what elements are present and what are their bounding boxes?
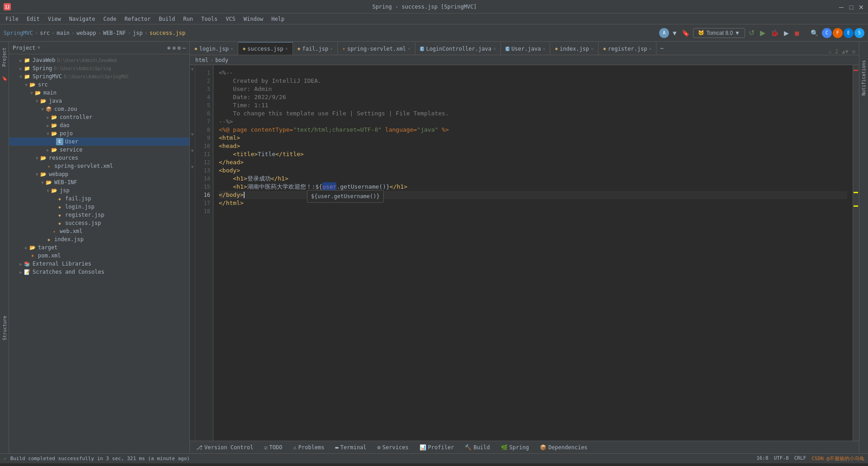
menu-run[interactable]: Run — [179, 15, 197, 23]
tab-login-jsp[interactable]: ◈ login.jsp ✕ — [190, 42, 238, 55]
tree-item-springmvc[interactable]: ▼ 📁 SpringMVC D:\Users\Admin\SpringMVC — [9, 72, 189, 81]
fold-marker-11[interactable]: ▼ — [190, 147, 195, 155]
tab-user-java[interactable]: C User.java ✕ — [501, 42, 550, 55]
bookmark-icon[interactable]: 🔖 — [680, 29, 691, 38]
menu-build[interactable]: Build — [155, 15, 179, 23]
tree-item-src[interactable]: ▼ 📂 src — [9, 81, 189, 89]
debug-button[interactable]: 🐞 — [769, 29, 780, 38]
tab-login-controller[interactable]: C LoginController.java ✕ — [415, 42, 501, 55]
tree-item-pojo[interactable]: ▼ 📂 pojo — [9, 129, 189, 138]
bottom-tab-spring[interactable]: 🌿 Spring — [498, 443, 532, 452]
profile-dropdown[interactable]: ▼ — [671, 29, 678, 38]
bottom-tab-terminal[interactable]: ▬ Terminal — [333, 443, 369, 452]
tree-item-main[interactable]: ▼ 📂 main — [9, 89, 189, 97]
menu-tools[interactable]: Tools — [198, 15, 221, 23]
tree-item-webapp[interactable]: ▼ 📂 webapp — [9, 170, 189, 178]
menu-window[interactable]: Window — [240, 15, 267, 23]
bottom-tab-todo[interactable]: ☑ TODO — [261, 443, 285, 452]
scroll-up-icon[interactable]: ▲ — [842, 48, 845, 55]
tree-item-controller[interactable]: ▶ 📂 controller — [9, 113, 189, 121]
tab-close-user[interactable]: ✕ — [542, 46, 545, 51]
tree-item-success-jsp[interactable]: ◈ success.jsp — [9, 219, 189, 227]
maximize-button[interactable]: □ — [848, 4, 854, 10]
tree-item-register-jsp[interactable]: ◈ register.jsp — [9, 211, 189, 219]
tree-item-fail-jsp[interactable]: ◈ fail.jsp — [9, 195, 189, 203]
fold-marker-13[interactable]: ▼ — [190, 163, 195, 171]
breadcrumb-body[interactable]: body — [215, 57, 228, 63]
project-locate-icon[interactable]: ⊕ — [167, 45, 170, 51]
safari-button[interactable]: S — [854, 28, 864, 38]
tab-overflow-button[interactable]: ⋯ — [656, 42, 667, 55]
edge-button[interactable]: E — [844, 28, 854, 38]
side-icon-structure[interactable]: Structure — [0, 317, 9, 339]
tree-item-javaweb[interactable]: ▶ 📁 JavaWeb D:\Users\Admin\JavaWeb — [9, 56, 189, 64]
project-settings-icon[interactable]: ⚙ — [178, 45, 181, 51]
tab-close-success[interactable]: ✕ — [285, 46, 288, 51]
side-icon-bookmarks[interactable]: 🔖 — [1, 71, 8, 85]
search-everywhere-button[interactable]: 🔍 — [809, 29, 820, 38]
chrome-button[interactable]: C — [822, 28, 832, 38]
minimize-button[interactable]: ─ — [838, 4, 844, 10]
close-button[interactable]: ✕ — [858, 4, 864, 10]
tree-item-web-xml[interactable]: ✦ web.xml — [9, 227, 189, 235]
code-area[interactable]: <%-- Created by IntelliJ IDEA. User: Adm… — [213, 65, 853, 441]
editor-settings-icon[interactable]: ⚙ — [852, 48, 855, 55]
tree-item-scratches[interactable]: ▶ 📝 Scratches and Consoles — [9, 268, 189, 276]
menu-navigate[interactable]: Navigate — [66, 15, 99, 23]
menu-file[interactable]: File — [2, 15, 22, 23]
menu-vcs[interactable]: VCS — [222, 15, 239, 23]
tab-index-jsp[interactable]: ◈ index.jsp ✕ — [550, 42, 599, 55]
tab-close-spring-servlet[interactable]: ✕ — [408, 46, 410, 51]
build-reload-button[interactable]: ↺ — [747, 28, 756, 38]
tree-item-spring-servlet[interactable]: ✦ spring-servlet.xml — [9, 162, 189, 170]
tab-register-jsp[interactable]: ◈ register.jsp ✕ — [599, 42, 656, 55]
tomcat-config-button[interactable]: 🐱 Tomcat 8.0 ▼ — [693, 28, 745, 38]
tree-item-service[interactable]: ▶ 📂 service — [9, 146, 189, 154]
tab-close-index[interactable]: ✕ — [591, 46, 594, 51]
bottom-tab-services[interactable]: ⚙ Services — [375, 443, 411, 452]
tree-item-target[interactable]: ▶ 📂 target — [9, 243, 189, 252]
tree-item-com-zou[interactable]: ▼ 📦 com.zou — [9, 105, 189, 113]
menu-refactor[interactable]: Refactor — [121, 15, 154, 23]
tab-fail-jsp[interactable]: ◈ fail.jsp ✕ — [293, 42, 338, 55]
menu-view[interactable]: View — [44, 15, 65, 23]
menu-edit[interactable]: Edit — [23, 15, 43, 23]
bottom-tab-dependencies[interactable]: 📦 Dependencies — [537, 443, 590, 452]
cursor-position[interactable]: 16:8 — [756, 455, 769, 462]
tree-item-webinf[interactable]: ▼ 📂 WEB-INF — [9, 178, 189, 186]
tree-item-java[interactable]: ▼ 📂 java — [9, 97, 189, 105]
menu-help[interactable]: Help — [268, 15, 288, 23]
bottom-tab-build[interactable]: 🔨 Build — [462, 443, 492, 452]
tree-item-user[interactable]: C User — [9, 138, 189, 146]
tree-item-pom-xml[interactable]: ♦ pom.xml — [9, 252, 189, 260]
tree-item-index-jsp[interactable]: ◈ index.jsp — [9, 235, 189, 243]
tab-close-login-controller[interactable]: ✕ — [493, 46, 496, 51]
tree-item-resources[interactable]: ▼ 📂 resources — [9, 154, 189, 162]
bottom-tab-problems[interactable]: ⚠ Problems — [291, 443, 327, 452]
tree-item-login-jsp[interactable]: ◈ login.jsp — [9, 203, 189, 211]
bottom-tab-profiler[interactable]: 📊 Profiler — [417, 443, 457, 452]
tab-close-login[interactable]: ✕ — [231, 46, 233, 51]
tab-spring-servlet[interactable]: ✦ spring-servlet.xml ✕ — [338, 42, 415, 55]
notifications-panel-icon[interactable]: Notifications — [859, 60, 868, 96]
tree-item-jsp-folder[interactable]: ▼ 📂 jsp — [9, 186, 189, 195]
tree-item-spring[interactable]: ▶ 📁 Spring D:\Users\Admin\Spring — [9, 64, 189, 72]
firefox-button[interactable]: F — [833, 28, 843, 38]
fold-marker-1[interactable]: ▼ — [190, 65, 195, 73]
run-button[interactable]: ▶ — [758, 28, 767, 38]
project-dropdown-icon[interactable]: ▼ — [38, 45, 41, 51]
tab-success-jsp[interactable]: ◈ success.jsp ✕ — [238, 42, 293, 55]
project-hide-icon[interactable]: — — [183, 45, 186, 51]
tab-close-register[interactable]: ✕ — [649, 46, 651, 51]
warnings-badge[interactable]: ⚠ 2 — [829, 48, 839, 55]
tab-close-fail[interactable]: ✕ — [330, 46, 333, 51]
bottom-tab-version-control[interactable]: ⎇ Version Control — [193, 443, 256, 452]
scroll-down-icon[interactable]: ▼ — [845, 48, 849, 55]
breadcrumb-html[interactable]: html — [195, 57, 208, 63]
tree-item-external-libraries[interactable]: ▶ 📚 External Libraries — [9, 260, 189, 268]
encoding[interactable]: UTF-8 — [774, 455, 789, 462]
tree-item-dao[interactable]: ▶ 📂 dao — [9, 121, 189, 129]
project-collapse-icon[interactable]: ≡ — [172, 45, 175, 51]
menu-code[interactable]: Code — [100, 15, 120, 23]
profile-avatar[interactable]: A — [659, 28, 669, 38]
